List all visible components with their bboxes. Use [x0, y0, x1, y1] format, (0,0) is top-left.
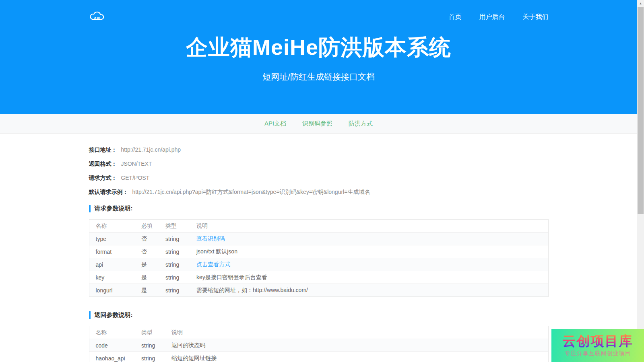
- table-row: api是string点击查看方式: [89, 258, 548, 271]
- table-cell-desc: key是接口密钥登录后台查看: [190, 271, 548, 284]
- table-header-row: 名称 类型 说明: [89, 326, 548, 339]
- top-nav: 首页 用户后台 关于我们: [449, 13, 549, 21]
- col-header-type: 类型: [135, 326, 165, 339]
- api-address-row: 接口地址： http://21.71jc.cn/api.php: [89, 146, 549, 154]
- default-request-example-label: 默认请求示例：: [89, 189, 128, 195]
- watermark-subtitle: 专注分享互联网创业项目: [565, 350, 631, 357]
- scroll-up-button[interactable]: ▲: [637, 0, 644, 7]
- col-header-name: 名称: [89, 326, 135, 339]
- col-header-type: 类型: [159, 220, 190, 232]
- table-row: type否string查看识别码: [89, 232, 548, 245]
- table-cell-type: string: [159, 245, 190, 258]
- table-cell-name: type: [89, 232, 135, 245]
- cloud-api-icon: API: [89, 10, 105, 24]
- table-cell-name: code: [89, 339, 135, 352]
- page: API 首页 用户后台 关于我们 企业猫MeiHe防洪版本系统 短网址/防红生成…: [0, 0, 637, 362]
- page-title: 企业猫MeiHe防洪版本系统: [0, 33, 637, 62]
- table-row: format否stringjson/txt 默认json: [89, 245, 548, 258]
- hero-banner: API 首页 用户后台 关于我们 企业猫MeiHe防洪版本系统 短网址/防红生成…: [0, 0, 637, 114]
- response-params-heading: 返回参数说明:: [89, 311, 549, 319]
- default-request-example-value: http://21.71jc.cn/api.php?api=防红方式&forma…: [132, 189, 370, 195]
- table-cell-type: string: [135, 352, 165, 362]
- api-address-value: http://21.71jc.cn/api.php: [121, 146, 181, 153]
- table-cell-desc: 返回的状态码: [165, 339, 548, 352]
- table-cell-required: 是: [135, 284, 159, 297]
- vertical-scrollbar: ▲: [637, 0, 644, 362]
- table-cell-name: format: [89, 245, 135, 258]
- api-address-label: 接口地址：: [89, 146, 117, 153]
- table-cell-required: 否: [135, 245, 159, 258]
- table-cell-required: 是: [135, 271, 159, 284]
- page-subtitle: 短网址/防红生成链接接口文档: [0, 71, 637, 82]
- table-cell-required: 否: [135, 232, 159, 245]
- table-cell-name: key: [89, 271, 135, 284]
- tab-flood-prevention-method[interactable]: 防洪方式: [349, 120, 373, 128]
- watermark-overlay: 云创项目库 专注分享互联网创业项目: [551, 329, 644, 362]
- table-cell-desc: 点击查看方式: [190, 258, 548, 271]
- table-cell-type: string: [159, 232, 190, 245]
- nav-item-user-backend[interactable]: 用户后台: [479, 13, 505, 21]
- table-row: longurl是string需要缩短的网址，如：http://www.baidu…: [89, 284, 548, 297]
- scrollbar-thumb[interactable]: [638, 7, 644, 214]
- return-format-label: 返回格式：: [89, 160, 117, 167]
- request-params-table: 名称 必填 类型 说明 type否string查看识别码format否strin…: [89, 219, 549, 297]
- request-params-heading: 请求参数说明:: [89, 205, 549, 212]
- default-request-example-row: 默认请求示例： http://21.71jc.cn/api.php?api=防红…: [89, 188, 549, 196]
- table-row: haohao_apistring缩短的短网址链接: [89, 352, 548, 362]
- table-row: codestring返回的状态码: [89, 339, 548, 352]
- col-header-desc: 说明: [165, 326, 548, 339]
- table-cell-desc: 需要缩短的网址，如：http://www.baidu.com/: [190, 284, 548, 297]
- request-method-label: 请求方式：: [89, 175, 117, 181]
- table-desc-link[interactable]: 查看识别码: [196, 235, 225, 242]
- table-cell-type: string: [135, 339, 165, 352]
- table-cell-type: string: [159, 271, 190, 284]
- request-method-value: GET/POST: [121, 175, 149, 181]
- api-cloud-logo[interactable]: API: [89, 10, 105, 24]
- return-format-row: 返回格式： JSON/TEXT: [89, 160, 549, 168]
- table-cell-desc: 查看识别码: [190, 232, 548, 245]
- table-row: key是stringkey是接口密钥登录后台查看: [89, 271, 548, 284]
- table-cell-type: string: [159, 258, 190, 271]
- nav-item-about[interactable]: 关于我们: [523, 13, 549, 21]
- scroll-up-arrow-icon: ▲: [639, 2, 642, 5]
- doc-content: 接口地址： http://21.71jc.cn/api.php 返回格式： JS…: [89, 134, 549, 362]
- table-desc-link[interactable]: 点击查看方式: [196, 261, 230, 267]
- table-cell-name: longurl: [89, 284, 135, 297]
- table-cell-name: haohao_api: [89, 352, 135, 362]
- return-format-value: JSON/TEXT: [121, 160, 152, 167]
- table-cell-type: string: [159, 284, 190, 297]
- col-header-name: 名称: [89, 220, 135, 232]
- nav-item-home[interactable]: 首页: [449, 13, 462, 21]
- table-cell-desc: json/txt 默认json: [190, 245, 548, 258]
- doc-tabs: API文档 识别码参照 防洪方式: [0, 114, 637, 134]
- watermark-title: 云创项目库: [563, 334, 633, 348]
- col-header-desc: 说明: [190, 220, 548, 232]
- col-header-required: 必填: [135, 220, 159, 232]
- table-header-row: 名称 必填 类型 说明: [89, 220, 548, 232]
- table-cell-name: api: [89, 258, 135, 271]
- table-cell-required: 是: [135, 258, 159, 271]
- request-method-row: 请求方式： GET/POST: [89, 174, 549, 182]
- table-cell-desc: 缩短的短网址链接: [165, 352, 548, 362]
- tab-api-doc[interactable]: API文档: [264, 120, 286, 128]
- tab-id-code-reference[interactable]: 识别码参照: [302, 120, 332, 128]
- response-params-table: 名称 类型 说明 codestring返回的状态码haohao_apistrin…: [89, 326, 549, 362]
- svg-text:API: API: [93, 16, 100, 21]
